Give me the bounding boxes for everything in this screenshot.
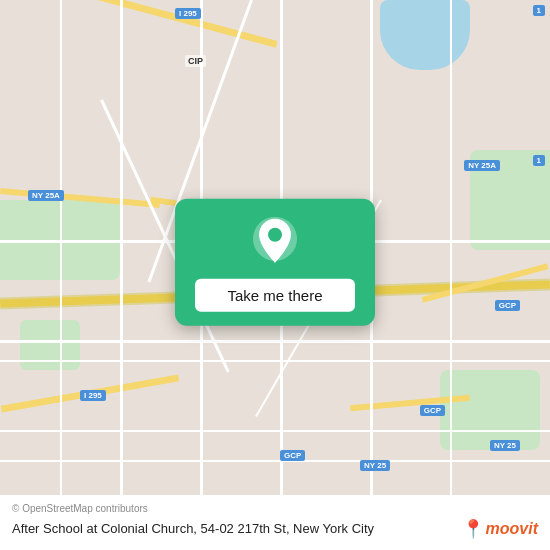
map-container: I 295 NY 25A NY 25A NY 25A I 495 I 295 G… [0,0,550,550]
location-pin-icon [253,217,297,269]
street-v5 [450,0,452,550]
street-h5 [0,460,550,462]
action-card: Take me there [175,199,375,326]
label-cip: CIP [185,55,206,67]
park-mid-left [20,320,80,370]
street-v6 [60,0,62,550]
park-bottom-right [440,370,540,450]
badge-1-top: 1 [533,5,545,16]
street-h2 [0,340,550,343]
button-overlay: Take me there [175,199,375,326]
moovit-logo: 📍 moovit [462,518,538,540]
street-v1 [120,0,123,550]
street-h4 [0,430,550,432]
moovit-pin-icon: 📍 [462,518,484,540]
bottom-bar: © OpenStreetMap contributors After Schoo… [0,495,550,550]
svg-point-1 [268,228,282,242]
badge-25a-1: NY 25A [28,190,64,201]
water-body [380,0,470,70]
badge-295-top: I 295 [175,8,201,19]
badge-25a-3: NY 25A [464,160,500,171]
badge-ny25-1: NY 25 [360,460,390,471]
take-me-there-button[interactable]: Take me there [195,279,355,312]
badge-gcp-1: GCP [495,300,520,311]
attribution-text: © OpenStreetMap contributors [12,503,538,514]
badge-gcp-3: GCP [280,450,305,461]
location-row: After School at Colonial Church, 54-02 2… [12,518,538,540]
badge-gcp-2: GCP [420,405,445,416]
badge-295-bot: I 295 [80,390,106,401]
street-h3 [0,360,550,362]
moovit-brand-text: moovit [486,520,538,538]
badge-1-mid: 1 [533,155,545,166]
badge-ny25-2: NY 25 [490,440,520,451]
location-text: After School at Colonial Church, 54-02 2… [12,520,454,538]
